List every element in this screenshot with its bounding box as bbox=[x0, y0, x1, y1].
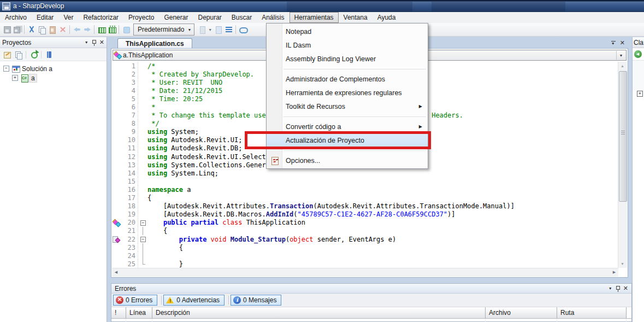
toolbar-button-stop[interactable] bbox=[121, 24, 131, 35]
projects-toolbar-copy[interactable] bbox=[13, 49, 23, 60]
fold-collapse-icon[interactable]: − bbox=[140, 237, 146, 242]
menu-archivo[interactable]: Archivo bbox=[0, 12, 32, 23]
fold-margin[interactable] bbox=[138, 95, 147, 103]
toolbar-button-redo[interactable] bbox=[82, 24, 92, 35]
menu-buscar[interactable]: Buscar bbox=[227, 12, 257, 23]
menu-refactorizar[interactable]: Refactorizar bbox=[78, 12, 123, 23]
line-number: 7 bbox=[121, 112, 138, 119]
close-icon[interactable]: ✕ bbox=[99, 39, 104, 46]
fold-margin[interactable] bbox=[138, 185, 147, 194]
tree-expander-icon[interactable]: + bbox=[637, 91, 643, 97]
filter-0-errores[interactable]: 0 Errores bbox=[113, 295, 157, 306]
pin-icon[interactable] bbox=[615, 285, 621, 292]
scroll-up-icon[interactable]: ▲ bbox=[618, 62, 627, 70]
fold-margin[interactable] bbox=[138, 62, 147, 70]
menu-item-opciones[interactable]: Opciones... bbox=[267, 154, 428, 167]
fold-margin[interactable] bbox=[138, 120, 147, 128]
toolbar-button-format[interactable] bbox=[223, 24, 234, 35]
fold-margin[interactable] bbox=[138, 153, 147, 161]
toolbar-button-ellipse[interactable] bbox=[238, 24, 248, 35]
column-header-archivo[interactable]: Archivo bbox=[486, 307, 557, 318]
toolbar-button-cut[interactable] bbox=[26, 24, 37, 35]
menu-item-notepad[interactable]: Notepad bbox=[267, 25, 428, 38]
column-header-ruta[interactable]: Ruta bbox=[557, 307, 627, 318]
scroll-left-icon[interactable]: ◀ bbox=[112, 268, 120, 276]
column-header-descripción[interactable]: Descripción bbox=[152, 307, 486, 318]
fold-margin[interactable] bbox=[138, 112, 147, 120]
pin-icon[interactable] bbox=[91, 39, 97, 46]
chevron-down-icon[interactable]: ▼ bbox=[608, 286, 612, 290]
tree-item-a[interactable]: +a bbox=[0, 73, 107, 83]
toolbar-button-save-all[interactable] bbox=[12, 24, 22, 35]
back-icon[interactable] bbox=[634, 50, 642, 58]
menu-análisis[interactable]: Análisis bbox=[257, 12, 289, 23]
toolbar-button-run[interactable] bbox=[197, 24, 207, 35]
toolbar-button-delete[interactable] bbox=[57, 24, 68, 35]
collapse-icon[interactable]: − bbox=[3, 66, 9, 72]
menu-ventana[interactable]: Ventana bbox=[339, 12, 373, 23]
fold-margin[interactable] bbox=[138, 210, 147, 219]
menu-herramientas[interactable]: Herramientas bbox=[289, 12, 339, 23]
chevron-down-icon[interactable]: ▼ bbox=[616, 51, 625, 60]
toolbar-button-undo[interactable] bbox=[72, 24, 82, 35]
vertical-scrollbar-thumb[interactable] bbox=[619, 71, 627, 202]
fold-margin[interactable] bbox=[138, 78, 147, 86]
chevron-down-icon[interactable]: ▼ bbox=[85, 40, 88, 44]
fold-collapse-icon[interactable]: − bbox=[140, 220, 146, 226]
dock-menu-icon[interactable] bbox=[610, 40, 617, 46]
fold-margin[interactable] bbox=[138, 86, 147, 95]
fold-margin[interactable] bbox=[138, 136, 147, 144]
toolbar-button-save[interactable] bbox=[2, 24, 12, 35]
tree-item-solución-a[interactable]: −Solución a bbox=[0, 64, 107, 73]
expand-icon[interactable]: + bbox=[12, 75, 18, 81]
menu-ayuda[interactable]: Ayuda bbox=[373, 12, 401, 23]
fold-margin[interactable] bbox=[138, 194, 147, 202]
scroll-right-icon[interactable]: ▶ bbox=[610, 268, 618, 276]
menu-item-il-dasm[interactable]: IL Dasm bbox=[267, 38, 428, 52]
menu-editar[interactable]: Editar bbox=[32, 12, 58, 23]
fold-margin[interactable] bbox=[138, 227, 147, 235]
fold-margin[interactable] bbox=[138, 144, 147, 153]
projects-toolbar-refresh[interactable] bbox=[28, 49, 39, 60]
menu-proyecto[interactable]: Proyecto bbox=[123, 12, 159, 23]
projects-toolbar-properties[interactable] bbox=[2, 49, 12, 60]
fold-margin[interactable] bbox=[138, 202, 147, 210]
menu-item-administrador-de-complementos[interactable]: Administrador de Complementos bbox=[267, 72, 428, 86]
toolbar-button-copy[interactable] bbox=[37, 24, 47, 35]
toolbar-button-build[interactable] bbox=[96, 24, 107, 35]
toolbar-button-copy-code[interactable] bbox=[213, 24, 223, 35]
menu-ver[interactable]: Ver bbox=[58, 12, 78, 23]
scroll-down-icon[interactable]: ▼ bbox=[618, 260, 627, 268]
column-header-línea[interactable]: Línea bbox=[126, 307, 152, 318]
toolbar-button-rebuild[interactable] bbox=[107, 24, 117, 35]
toolbar-button-paste[interactable] bbox=[47, 24, 57, 35]
vertical-scrollbar[interactable]: ▲ ▼ bbox=[618, 62, 627, 268]
fold-margin[interactable] bbox=[138, 103, 147, 111]
fold-margin[interactable] bbox=[138, 243, 147, 251]
projects-toolbar-collapse-all[interactable] bbox=[44, 49, 54, 60]
fold-margin[interactable] bbox=[138, 161, 147, 169]
filter-0-mensajes[interactable]: 0 Mensajes bbox=[231, 295, 281, 306]
column-header-severity[interactable]: ! bbox=[111, 307, 126, 318]
fold-margin[interactable]: − bbox=[138, 219, 147, 227]
tab-thisapplication[interactable]: ThisApplication.cs bbox=[117, 38, 192, 48]
menu-item-herramienta-de-expresiones-regulares[interactable]: Herramienta de expresiones regulares bbox=[267, 86, 428, 99]
menu-depurar[interactable]: Depurar bbox=[193, 12, 226, 23]
fold-margin[interactable] bbox=[138, 128, 147, 136]
titlebar[interactable]: a - SharpDevelop bbox=[0, 0, 644, 12]
chevron-down-icon[interactable]: ▼ bbox=[208, 28, 212, 32]
fold-margin[interactable]: − bbox=[138, 235, 147, 243]
fold-margin[interactable] bbox=[138, 177, 147, 185]
close-icon[interactable]: ✕ bbox=[620, 40, 625, 46]
menu-generar[interactable]: Generar bbox=[159, 12, 193, 23]
build-config-selector[interactable]: Predeterminado▼ bbox=[133, 24, 194, 36]
filter-0-advertencias[interactable]: 0 Advertencias bbox=[163, 295, 224, 306]
fold-margin[interactable] bbox=[138, 260, 147, 268]
menu-item-toolkit-de-recursos[interactable]: Toolkit de Recursos▶ bbox=[267, 99, 428, 113]
close-icon[interactable]: ✕ bbox=[623, 285, 628, 292]
fold-margin[interactable] bbox=[138, 251, 147, 260]
menu-item-assembly-binding-log-viewer[interactable]: Assembly Binding Log Viewer bbox=[267, 52, 428, 66]
fold-margin[interactable] bbox=[138, 169, 147, 177]
fold-margin[interactable] bbox=[138, 70, 147, 78]
horizontal-scrollbar[interactable]: ◀ ▶ bbox=[112, 268, 618, 277]
